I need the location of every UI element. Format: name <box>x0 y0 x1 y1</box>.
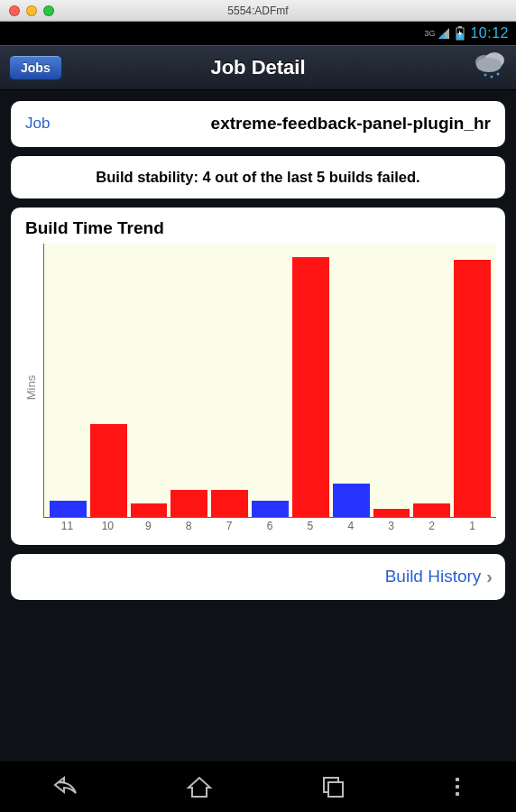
chart-xlabel: 3 <box>373 520 410 532</box>
svg-point-5 <box>476 58 502 72</box>
chart-xlabel: 7 <box>211 520 248 532</box>
chart-xlabel: 6 <box>252 520 289 532</box>
chart-xlabel: 2 <box>413 520 450 532</box>
chart-bar <box>252 501 289 517</box>
mac-titlebar: 5554:ADFmf <box>0 0 516 22</box>
job-name: extreme-feedback-panel-plugin_hr <box>60 114 491 134</box>
recents-button[interactable] <box>318 771 348 802</box>
chart: Mins 1110987654321 <box>20 244 496 532</box>
chart-bar <box>333 484 370 516</box>
rain-cloud-icon <box>471 50 507 86</box>
chart-title: Build Time Trend <box>25 218 496 238</box>
svg-rect-1 <box>458 26 462 28</box>
build-history-link[interactable]: Build History <box>385 567 482 586</box>
chart-xlabel: 11 <box>49 520 86 532</box>
chart-bar <box>373 509 410 517</box>
chart-xlabel: 9 <box>130 520 167 532</box>
chart-xlabel: 10 <box>89 520 126 532</box>
page-title: Job Detail <box>0 56 516 79</box>
chart-xlabel: 4 <box>332 520 369 532</box>
network-type-label: 3G <box>424 30 435 38</box>
job-name-card: Job extreme-feedback-panel-plugin_hr <box>11 101 505 147</box>
svg-rect-10 <box>328 782 343 797</box>
signal-icon <box>438 27 450 40</box>
chart-bar <box>50 501 87 517</box>
build-history-row[interactable]: Build History › <box>11 554 505 600</box>
stability-text: Build stability: 4 out of the last 5 bui… <box>25 169 491 186</box>
chart-bar <box>131 503 168 517</box>
app-header: Jobs Job Detail <box>0 45 516 90</box>
chart-bar <box>211 490 248 517</box>
jobs-back-button[interactable]: Jobs <box>9 55 62 80</box>
statusbar-time: 10:12 <box>470 25 509 42</box>
chart-bar <box>292 257 329 517</box>
chart-ylabel: Mins <box>25 375 39 400</box>
chart-plot-area <box>43 244 496 518</box>
back-button[interactable] <box>51 771 82 802</box>
chart-bar <box>413 503 450 517</box>
svg-point-7 <box>491 75 493 78</box>
home-button[interactable] <box>184 771 215 802</box>
chevron-right-icon: › <box>486 567 493 587</box>
android-navbar <box>0 761 516 812</box>
android-emulator: 3G 10:12 Jobs Job Detail <box>0 22 516 812</box>
chart-card: Build Time Trend Mins 1110987654321 <box>11 208 505 545</box>
job-label: Job <box>25 115 50 133</box>
chart-bar <box>170 490 207 517</box>
chart-xlabel: 1 <box>454 520 491 532</box>
android-statusbar: 3G 10:12 <box>0 22 516 45</box>
chart-xlabel: 5 <box>291 520 328 532</box>
mac-window: 5554:ADFmf 3G 10:12 Jobs Job Detail <box>0 0 516 812</box>
app-body: Job extreme-feedback-panel-plugin_hr Bui… <box>0 90 516 761</box>
chart-bar <box>454 260 491 517</box>
chart-xlabels: 1110987654321 <box>43 518 496 532</box>
overflow-button[interactable] <box>450 778 465 796</box>
mac-window-title: 5554:ADFmf <box>0 5 516 17</box>
chart-xlabel: 8 <box>170 520 207 532</box>
svg-point-8 <box>497 72 500 75</box>
battery-icon <box>456 26 465 41</box>
stability-card: Build stability: 4 out of the last 5 bui… <box>11 156 505 198</box>
chart-bar <box>90 424 127 517</box>
svg-point-6 <box>484 73 487 76</box>
